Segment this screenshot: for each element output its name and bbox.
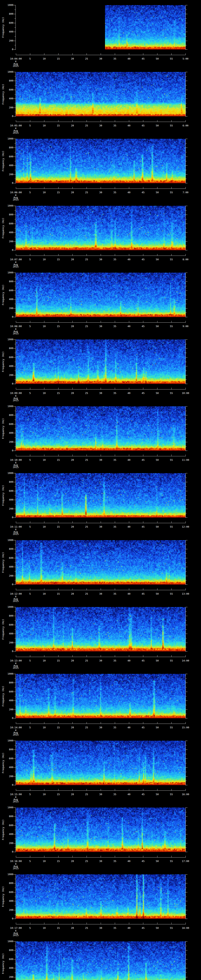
time-major-tick xyxy=(157,455,158,456)
time-tick-label: 45 xyxy=(137,592,149,595)
time-major-tick xyxy=(86,254,87,256)
time-major-tick xyxy=(72,53,73,55)
spectrogram-panel-101300: Frequency (Hz) 10008006004002000 10:13:0… xyxy=(0,607,201,674)
time-tick-label: 50 xyxy=(152,124,163,127)
y-tick-label: 200 xyxy=(0,441,13,443)
time-tick-label: 5 xyxy=(24,860,36,862)
time-major-tick xyxy=(171,53,172,55)
time-major-tick xyxy=(86,388,87,389)
spectrogram-image xyxy=(16,607,185,652)
time-tick-label: 50 xyxy=(152,592,163,595)
y-major-tick xyxy=(14,215,16,215)
y-tick-label: 200 xyxy=(0,574,13,577)
time-tick-label: 45 xyxy=(137,793,149,796)
y-axis-title-text: Frequency (Hz) xyxy=(2,151,5,171)
y-major-tick xyxy=(14,509,16,509)
spectrogram-panel-101600: Frequency (Hz) 10008006004002000 10:16:0… xyxy=(0,808,201,874)
y-minor-tick xyxy=(14,830,16,830)
y-minor-tick xyxy=(14,897,16,897)
time-major-tick xyxy=(171,655,172,657)
time-tick-label: 55 xyxy=(166,793,177,796)
spectrogram-image xyxy=(16,339,185,384)
time-tick-label: 30 xyxy=(95,927,107,929)
y-minor-tick xyxy=(14,446,16,447)
time-major-tick xyxy=(157,120,158,122)
y-tick-label: 400 xyxy=(0,967,13,969)
time-major-tick xyxy=(185,187,186,189)
y-major-tick-right xyxy=(186,509,187,509)
date-label-line: 2015 xyxy=(8,934,24,937)
time-major-tick xyxy=(58,923,59,924)
y-tick-label: 0 xyxy=(0,784,13,786)
y-tick-label: 400 xyxy=(0,632,13,635)
date-label: 4Aug2015 xyxy=(8,261,24,268)
y-major-tick-right xyxy=(186,72,187,72)
end-time-label: 18:00 xyxy=(179,927,192,929)
time-major-tick xyxy=(44,187,45,189)
y-tick-label: 600 xyxy=(0,22,13,24)
y-axis-title-text: Frequency (Hz) xyxy=(2,752,5,773)
time-tick-label: 35 xyxy=(109,860,121,862)
y-minor-tick xyxy=(14,161,16,161)
time-major-tick xyxy=(171,120,172,122)
y-minor-tick xyxy=(14,103,16,103)
time-major-tick xyxy=(58,521,59,523)
time-tick-label: 55 xyxy=(166,927,177,929)
y-major-tick-right xyxy=(186,767,187,768)
y-axis-title-text: Frequency (Hz) xyxy=(2,84,5,105)
y-major-tick xyxy=(14,549,16,549)
time-tick-label: 55 xyxy=(166,124,177,127)
time-major-tick xyxy=(185,722,186,724)
time-tick-label: 15 xyxy=(53,592,64,595)
y-major-tick xyxy=(14,250,16,250)
time-tick-label: 25 xyxy=(81,927,93,929)
date-label-line: 2015 xyxy=(8,266,24,268)
y-tick-label: 800 xyxy=(0,80,13,82)
time-tick-label: 10 xyxy=(38,459,50,461)
y-major-tick-right xyxy=(186,692,187,692)
y-major-tick-right xyxy=(186,959,187,959)
time-tick-label: 50 xyxy=(152,860,163,862)
time-major-tick xyxy=(171,856,172,857)
time-tick-label: 40 xyxy=(123,793,135,796)
time-tick-label: 15 xyxy=(53,258,64,261)
y-minor-tick xyxy=(14,10,16,10)
y-minor-tick-right xyxy=(186,10,187,10)
y-axis-title: Frequency (Hz) xyxy=(0,273,6,317)
y-minor-tick-right xyxy=(186,344,187,344)
y-axis-title: Frequency (Hz) xyxy=(0,206,6,250)
y-major-tick-right xyxy=(186,433,187,433)
date-label-line: 2015 xyxy=(8,132,24,134)
y-major-tick-right xyxy=(186,232,187,233)
time-tick-label: 55 xyxy=(166,392,177,395)
time-tick-label: 35 xyxy=(109,793,121,796)
y-tick-label: 800 xyxy=(0,146,13,149)
time-major-tick xyxy=(86,722,87,724)
time-tick-label: 20 xyxy=(67,57,78,60)
time-tick-label: 25 xyxy=(81,57,93,60)
y-tick-label: 1000 xyxy=(0,539,13,541)
y-major-tick xyxy=(14,959,16,959)
y-tick-label: 400 xyxy=(0,766,13,769)
time-major-tick xyxy=(171,187,172,189)
y-tick-label: 1000 xyxy=(0,271,13,274)
time-major-tick xyxy=(72,655,73,657)
time-tick-label: 40 xyxy=(123,927,135,929)
time-major-tick xyxy=(185,856,186,857)
end-time-label: 14:00 xyxy=(179,659,192,662)
time-tick-label: 10 xyxy=(38,726,50,729)
time-tick-label: 15 xyxy=(53,793,64,796)
time-tick-label: 30 xyxy=(95,258,107,261)
y-minor-tick-right xyxy=(186,705,187,705)
time-tick-label: 20 xyxy=(67,392,78,395)
y-tick-label: 400 xyxy=(0,298,13,301)
y-major-tick xyxy=(14,406,16,407)
y-minor-tick xyxy=(14,638,16,638)
time-tick-label: 35 xyxy=(109,57,121,60)
y-major-tick xyxy=(14,32,16,32)
time-tick-label: 35 xyxy=(109,927,121,929)
y-axis-title-text: Frequency (Hz) xyxy=(2,285,5,305)
y-major-tick xyxy=(14,874,16,875)
y-tick-label: 200 xyxy=(0,775,13,778)
time-tick-label: 50 xyxy=(152,57,163,60)
